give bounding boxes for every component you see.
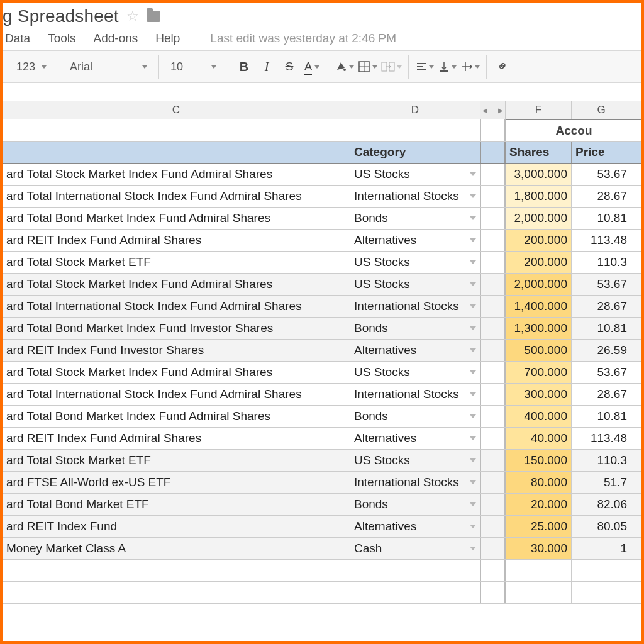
account-header-merged[interactable]: Accou xyxy=(506,119,641,141)
cell-description[interactable]: ard Total Bond Market ETF xyxy=(3,494,350,515)
cell-shares[interactable]: 2,000.000 xyxy=(506,274,572,295)
cell-shares[interactable]: 40.000 xyxy=(506,428,572,449)
cell-shares[interactable]: 1,300.000 xyxy=(506,318,572,339)
cell-price[interactable]: 51.7 xyxy=(572,472,631,493)
font-size-select[interactable]: 10 xyxy=(165,57,221,77)
document-title[interactable]: g Spreadsheet xyxy=(3,6,119,26)
horizontal-align-button[interactable] xyxy=(415,57,434,77)
cell-description[interactable]: ard Total International Stock Index Fund… xyxy=(3,296,350,317)
cell-shares[interactable]: 200.000 xyxy=(506,252,572,273)
insert-link-button[interactable]: ⚭ xyxy=(489,53,516,80)
cell-price[interactable]: 53.67 xyxy=(572,164,631,185)
cell-next[interactable] xyxy=(631,494,641,515)
cell-description[interactable]: ard Total Bond Market Index Fund Admiral… xyxy=(3,208,350,229)
cell-empty[interactable] xyxy=(3,560,350,581)
cell-empty[interactable] xyxy=(506,560,572,581)
cell-price[interactable]: 110.3 xyxy=(572,450,631,471)
cell-empty[interactable] xyxy=(3,582,350,603)
cell-shares[interactable]: 20.000 xyxy=(506,494,572,515)
cell-shares[interactable]: 300.000 xyxy=(506,384,572,405)
menu-tools[interactable]: Tools xyxy=(48,31,75,45)
cell-price[interactable]: 53.67 xyxy=(572,362,631,383)
number-format-select[interactable]: 123 xyxy=(11,57,52,77)
cell-price[interactable]: 10.81 xyxy=(572,208,631,229)
cell-description[interactable]: ard REIT Index Fund Investor Shares xyxy=(3,340,350,361)
bold-button[interactable]: B xyxy=(235,57,253,77)
cell-empty[interactable] xyxy=(350,582,480,603)
cell-next[interactable] xyxy=(631,274,641,295)
cell-category[interactable]: Alternatives xyxy=(350,516,480,537)
cell-shares[interactable]: 30.000 xyxy=(506,538,572,559)
cell-category[interactable]: Bonds xyxy=(350,406,480,427)
cell-category[interactable]: US Stocks xyxy=(350,450,480,471)
cell-description[interactable]: ard FTSE All-World ex-US ETF xyxy=(3,472,350,493)
merge-cells-button[interactable] xyxy=(381,57,402,77)
cell-category[interactable]: US Stocks xyxy=(350,274,480,295)
italic-button[interactable]: I xyxy=(257,57,276,77)
cell-description[interactable]: ard Total Stock Market ETF xyxy=(3,252,350,273)
star-icon[interactable]: ☆ xyxy=(126,8,139,25)
menu-addons[interactable]: Add-ons xyxy=(94,31,138,45)
cell-shares[interactable]: 2,000.000 xyxy=(506,208,572,229)
cell-description[interactable]: Money Market Class A xyxy=(3,538,350,559)
cell-price[interactable]: 113.48 xyxy=(572,230,631,251)
vertical-align-button[interactable] xyxy=(438,57,457,77)
cell-description[interactable]: ard Total International Stock Index Fund… xyxy=(3,384,350,405)
cell-category[interactable]: Bonds xyxy=(350,494,480,515)
cell-category[interactable]: Cash xyxy=(350,538,480,559)
strikethrough-button[interactable]: S xyxy=(280,57,299,77)
cell-next[interactable] xyxy=(631,208,641,229)
cell-price[interactable]: 28.67 xyxy=(572,296,631,317)
cell-shares[interactable]: 1,800.000 xyxy=(506,186,572,207)
cell-next[interactable] xyxy=(631,472,641,493)
cell-category[interactable]: US Stocks xyxy=(350,164,480,185)
cell-description[interactable]: ard Total International Stock Index Fund… xyxy=(3,186,350,207)
cell-category[interactable]: International Stocks xyxy=(350,472,480,493)
folder-icon[interactable] xyxy=(147,11,160,22)
cell-shares[interactable]: 3,000.000 xyxy=(506,164,572,185)
cell-price[interactable]: 82.06 xyxy=(572,494,631,515)
cell-shares[interactable]: 400.000 xyxy=(506,406,572,427)
cell-price[interactable]: 26.59 xyxy=(572,340,631,361)
cell-price[interactable]: 113.48 xyxy=(572,428,631,449)
cell-next[interactable] xyxy=(631,428,641,449)
spreadsheet-grid[interactable]: Accou Category Shares Price ard Total St… xyxy=(3,119,641,604)
cell-category[interactable]: US Stocks xyxy=(350,362,480,383)
cell-description[interactable]: ard REIT Index Fund Admiral Shares xyxy=(3,230,350,251)
cell-shares[interactable]: 700.000 xyxy=(506,362,572,383)
cell-price[interactable]: 53.67 xyxy=(572,274,631,295)
column-header-c[interactable]: C xyxy=(3,101,350,119)
column-header-d[interactable]: D xyxy=(350,101,480,119)
cell-next[interactable] xyxy=(631,516,641,537)
text-color-button[interactable]: A xyxy=(303,57,321,77)
cell-price[interactable]: 28.67 xyxy=(572,384,631,405)
cell-description[interactable]: ard REIT Index Fund Admiral Shares xyxy=(3,428,350,449)
cell-next[interactable] xyxy=(631,296,641,317)
cell-empty[interactable] xyxy=(572,582,631,603)
cell-category[interactable]: US Stocks xyxy=(350,252,480,273)
cell-category[interactable]: International Stocks xyxy=(350,186,480,207)
cell-category[interactable]: Bonds xyxy=(350,318,480,339)
cell-description[interactable]: ard Total Stock Market Index Fund Admira… xyxy=(3,274,350,295)
cell-shares[interactable]: 1,400.000 xyxy=(506,296,572,317)
cell-description[interactable]: ard Total Bond Market Index Fund Admiral… xyxy=(3,406,350,427)
header-shares[interactable]: Shares xyxy=(506,142,572,163)
header-next[interactable] xyxy=(631,142,641,163)
column-header-g[interactable]: G xyxy=(572,101,631,119)
column-header-f[interactable]: F xyxy=(506,101,572,119)
cell-category[interactable]: Alternatives xyxy=(350,340,480,361)
font-family-select[interactable]: Arial xyxy=(65,57,152,77)
hidden-column-indicator[interactable]: ◀▶ xyxy=(480,101,506,119)
cell-next[interactable] xyxy=(631,384,641,405)
cell-empty[interactable] xyxy=(3,119,350,141)
cell-price[interactable]: 80.05 xyxy=(572,516,631,537)
cell-description[interactable]: ard Total Stock Market Index Fund Admira… xyxy=(3,362,350,383)
cell-category[interactable]: Alternatives xyxy=(350,428,480,449)
cell-empty[interactable] xyxy=(631,560,641,581)
cell-next[interactable] xyxy=(631,230,641,251)
cell-description[interactable]: ard Total Stock Market Index Fund Admira… xyxy=(3,164,350,185)
cell-shares[interactable]: 25.000 xyxy=(506,516,572,537)
header-category[interactable]: Category xyxy=(350,142,480,163)
cell-next[interactable] xyxy=(631,538,641,559)
cell-next[interactable] xyxy=(631,318,641,339)
